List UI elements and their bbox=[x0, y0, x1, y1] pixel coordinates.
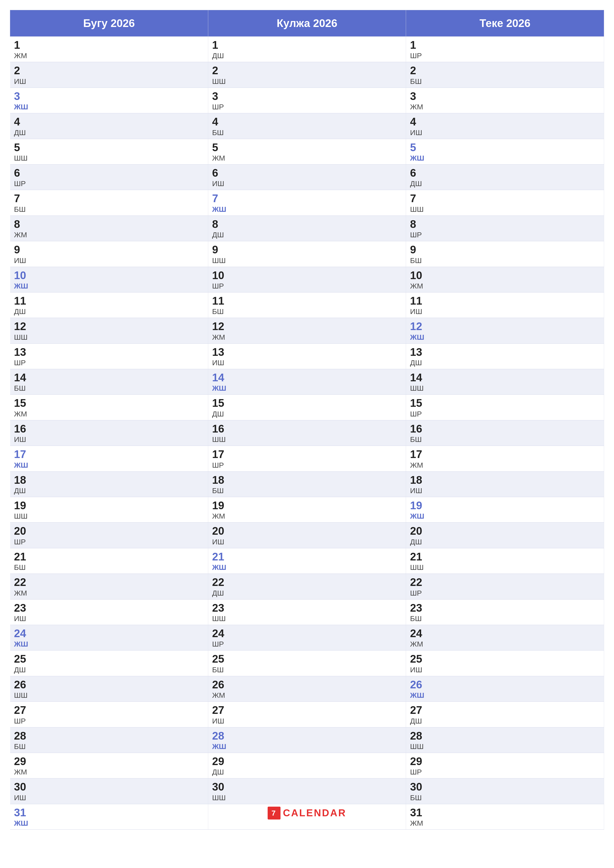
day-cell-0-19: 19ШШ bbox=[10, 497, 208, 522]
day-label-1-9: ШШ bbox=[212, 256, 402, 265]
day-number-0-19: 19 bbox=[14, 499, 204, 512]
day-cell-0-18: 18ДШ bbox=[10, 471, 208, 497]
day-cell-0-9: 9ИШ bbox=[10, 241, 208, 267]
day-cell-1-10: 10ШР bbox=[208, 267, 406, 292]
day-number-1-22: 22 bbox=[212, 576, 402, 588]
day-label-0-9: ИШ bbox=[14, 256, 204, 265]
day-number-2-27: 27 bbox=[410, 704, 600, 716]
day-number-2-4: 4 bbox=[410, 116, 600, 128]
day-label-1-8: ДШ bbox=[212, 231, 402, 239]
day-label-2-9: БШ bbox=[410, 256, 600, 265]
day-cell-1-13: 13ИШ bbox=[208, 343, 406, 369]
month-header-bugu: Бугу 2026 bbox=[10, 10, 208, 37]
day-cell-2-12: 12ЖШ bbox=[406, 318, 604, 343]
day-label-1-4: БШ bbox=[212, 129, 402, 137]
day-number-1-1: 1 bbox=[212, 39, 402, 51]
day-label-0-11: ДШ bbox=[14, 307, 204, 316]
brand-name: CALENDAR bbox=[283, 808, 347, 818]
day-cell-0-20: 20ШР bbox=[10, 522, 208, 548]
day-number-1-12: 12 bbox=[212, 321, 402, 332]
day-label-1-1: ДШ bbox=[212, 51, 402, 60]
day-cell-1-28: 28ЖШ bbox=[208, 727, 406, 753]
day-label-1-25: БШ bbox=[212, 666, 402, 674]
day-cell-0-2: 2ИШ bbox=[10, 62, 208, 88]
day-cell-0-14: 14БШ bbox=[10, 369, 208, 395]
day-number-2-14: 14 bbox=[410, 372, 600, 383]
day-number-0-28: 28 bbox=[14, 730, 204, 742]
day-number-0-16: 16 bbox=[14, 423, 204, 435]
day-number-1-18: 18 bbox=[212, 474, 402, 486]
day-label-0-18: ДШ bbox=[14, 487, 204, 495]
day-label-0-5: ШШ bbox=[14, 154, 204, 162]
day-cell-1-7: 7ЖШ bbox=[208, 190, 406, 215]
page: Бугу 2026 Кулжа 2026 Теке 2026 1ЖМ1ДШ1ШР… bbox=[0, 0, 614, 868]
day-cell-1-31: 7 CALENDAR bbox=[208, 804, 406, 829]
day-number-2-10: 10 bbox=[410, 270, 600, 281]
day-label-2-18: ИШ bbox=[410, 487, 600, 495]
day-number-1-30: 30 bbox=[212, 781, 402, 793]
day-cell-2-20: 20ДШ bbox=[406, 522, 604, 548]
day-label-2-20: ДШ bbox=[410, 538, 600, 546]
day-label-2-21: ШШ bbox=[410, 563, 600, 572]
day-label-0-31: ЖШ bbox=[14, 819, 204, 828]
day-cell-2-27: 27ДШ bbox=[406, 702, 604, 727]
day-number-0-3: 3 bbox=[14, 90, 204, 102]
day-cell-0-16: 16ИШ bbox=[10, 420, 208, 446]
day-number-2-2: 2 bbox=[410, 65, 600, 76]
day-number-0-7: 7 bbox=[14, 192, 204, 205]
day-cell-1-9: 9ШШ bbox=[208, 241, 406, 267]
day-cell-2-7: 7ШШ bbox=[406, 190, 604, 215]
day-number-1-7: 7 bbox=[212, 192, 402, 205]
day-cell-2-24: 24ЖМ bbox=[406, 625, 604, 650]
day-number-2-18: 18 bbox=[410, 474, 600, 486]
day-cell-2-21: 21ШШ bbox=[406, 548, 604, 574]
day-label-1-21: ЖШ bbox=[212, 563, 402, 572]
day-number-2-23: 23 bbox=[410, 602, 600, 614]
day-cell-2-1: 1ШР bbox=[406, 37, 604, 62]
day-label-2-26: ЖШ bbox=[410, 691, 600, 699]
day-label-2-10: ЖМ bbox=[410, 282, 600, 290]
day-number-2-13: 13 bbox=[410, 346, 600, 358]
day-label-1-23: ШШ bbox=[212, 614, 402, 623]
day-number-0-25: 25 bbox=[14, 653, 204, 665]
day-cell-2-2: 2БШ bbox=[406, 62, 604, 88]
day-label-1-30: ШШ bbox=[212, 794, 402, 802]
day-number-0-4: 4 bbox=[14, 116, 204, 128]
day-number-1-13: 13 bbox=[212, 346, 402, 358]
day-number-2-6: 6 bbox=[410, 167, 600, 179]
day-number-0-1: 1 bbox=[14, 39, 204, 51]
month-header-teke: Теке 2026 bbox=[406, 10, 604, 37]
day-label-1-18: БШ bbox=[212, 487, 402, 495]
day-cell-2-8: 8ШР bbox=[406, 215, 604, 241]
day-number-2-29: 29 bbox=[410, 755, 600, 767]
day-cell-2-17: 17ЖМ bbox=[406, 446, 604, 471]
day-cell-2-29: 29ШР bbox=[406, 753, 604, 778]
day-label-0-22: ЖМ bbox=[14, 589, 204, 597]
day-number-0-26: 26 bbox=[14, 679, 204, 691]
day-label-0-30: ИШ bbox=[14, 794, 204, 802]
day-cell-0-26: 26ШШ bbox=[10, 676, 208, 702]
day-cell-2-14: 14ШШ bbox=[406, 369, 604, 395]
day-number-2-24: 24 bbox=[410, 628, 600, 639]
day-label-2-16: БШ bbox=[410, 435, 600, 444]
day-number-1-10: 10 bbox=[212, 270, 402, 281]
day-number-1-3: 3 bbox=[212, 90, 402, 102]
day-label-0-23: ИШ bbox=[14, 614, 204, 623]
day-label-2-15: ШР bbox=[410, 410, 600, 418]
day-number-0-9: 9 bbox=[14, 244, 204, 256]
day-cell-1-27: 27ИШ bbox=[208, 702, 406, 727]
day-cell-0-12: 12ШШ bbox=[10, 318, 208, 343]
day-label-2-8: ШР bbox=[410, 231, 600, 239]
day-label-2-12: ЖШ bbox=[410, 333, 600, 341]
day-number-2-7: 7 bbox=[410, 192, 600, 205]
day-cell-2-31: 31ЖМ bbox=[406, 804, 604, 829]
day-number-2-30: 30 bbox=[410, 781, 600, 793]
day-cell-1-2: 2ШШ bbox=[208, 62, 406, 88]
day-cell-1-1: 1ДШ bbox=[208, 37, 406, 62]
day-label-0-7: БШ bbox=[14, 205, 204, 214]
day-number-1-19: 19 bbox=[212, 499, 402, 512]
day-label-2-3: ЖМ bbox=[410, 103, 600, 111]
day-number-1-27: 27 bbox=[212, 704, 402, 716]
day-label-2-4: ИШ bbox=[410, 129, 600, 137]
day-number-1-6: 6 bbox=[212, 167, 402, 179]
